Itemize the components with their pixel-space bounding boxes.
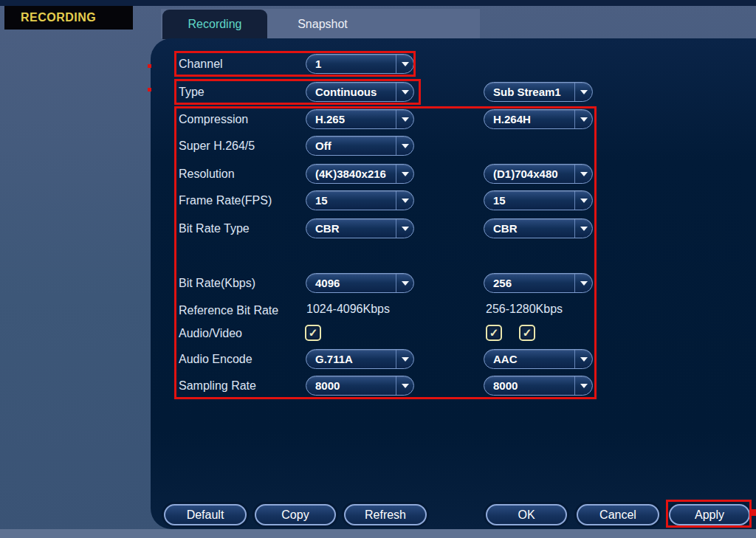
- chevron-down-icon[interactable]: [574, 274, 592, 292]
- stream-select-value: Sub Stream1: [484, 86, 574, 98]
- reference-bit-rate-label: Reference Bit Rate: [179, 300, 278, 320]
- frame-rate-main-select[interactable]: 15: [306, 190, 414, 210]
- chevron-down-icon[interactable]: [396, 350, 413, 368]
- bit-rate-label: Bit Rate(Kbps): [179, 273, 255, 293]
- channel-label: Channel: [179, 54, 223, 74]
- chevron-down-icon[interactable]: [396, 83, 413, 101]
- chevron-down-icon[interactable]: [396, 55, 413, 73]
- ok-button[interactable]: OK: [486, 504, 567, 525]
- stream-select[interactable]: Sub Stream1: [484, 82, 593, 102]
- tab-recording[interactable]: Recording: [162, 10, 267, 39]
- sampling-rate-main-value: 8000: [306, 379, 396, 392]
- chevron-down-icon[interactable]: [396, 376, 413, 395]
- chevron-down-icon[interactable]: [396, 165, 413, 183]
- chevron-down-icon[interactable]: [396, 219, 413, 238]
- type-select[interactable]: Continuous: [306, 82, 414, 102]
- sampling-rate-label: Sampling Rate: [179, 376, 256, 396]
- copy-button[interactable]: Copy: [255, 504, 336, 525]
- top-border-strip: [0, 0, 756, 6]
- audio-encode-main-select[interactable]: G.711A: [306, 349, 414, 369]
- frame-rate-label: Frame Rate(FPS): [179, 190, 272, 210]
- super-h264-value: Off: [306, 139, 396, 152]
- type-label: Type: [179, 82, 205, 102]
- chevron-down-icon[interactable]: [574, 219, 592, 238]
- chevron-down-icon[interactable]: [396, 110, 413, 128]
- tab-snapshot[interactable]: Snapshot: [267, 10, 378, 38]
- channel-select[interactable]: 1: [306, 54, 414, 74]
- compression-main-select[interactable]: H.265: [306, 109, 414, 129]
- sampling-rate-sub-select[interactable]: 8000: [484, 376, 593, 396]
- audio-encode-main-value: G.711A: [306, 353, 396, 365]
- super-h264-label: Super H.264/5: [179, 136, 255, 156]
- frame-rate-sub-select[interactable]: 15: [484, 190, 593, 210]
- type-select-value: Continuous: [306, 86, 396, 98]
- page-title: RECORDING: [4, 6, 133, 30]
- bit-rate-type-main-select[interactable]: CBR: [306, 218, 414, 238]
- default-button[interactable]: Default: [164, 504, 247, 525]
- chevron-down-icon[interactable]: [396, 274, 413, 292]
- chevron-down-icon[interactable]: [574, 165, 592, 183]
- compression-label: Compression: [179, 109, 248, 129]
- compression-sub-value: H.264H: [484, 113, 574, 125]
- frame-rate-sub-value: 15: [484, 194, 574, 207]
- bit-rate-type-main-value: CBR: [306, 222, 396, 235]
- chevron-down-icon[interactable]: [574, 191, 592, 210]
- bit-rate-type-sub-select[interactable]: CBR: [484, 218, 593, 238]
- resolution-sub-select[interactable]: (D1)704x480: [484, 164, 593, 184]
- reference-bit-rate-main: 1024-4096Kbps: [306, 300, 390, 318]
- bit-rate-sub-value: 256: [484, 277, 574, 289]
- bit-rate-main-select[interactable]: 4096: [306, 273, 414, 293]
- bit-rate-main-value: 4096: [306, 277, 396, 289]
- checkmark-icon: ✓: [309, 326, 318, 339]
- reference-bit-rate-sub: 256-1280Kbps: [486, 300, 563, 318]
- resolution-main-select[interactable]: (4K)3840x216: [306, 164, 414, 184]
- resolution-main-value: (4K)3840x216: [306, 168, 396, 180]
- sampling-rate-sub-value: 8000: [484, 379, 574, 392]
- refresh-button[interactable]: Refresh: [344, 504, 427, 525]
- resolution-label: Resolution: [179, 164, 235, 184]
- sampling-rate-main-select[interactable]: 8000: [306, 376, 414, 396]
- audio-video-label: Audio/Video: [179, 323, 242, 343]
- audio-encode-sub-value: AAC: [484, 353, 574, 365]
- compression-sub-select[interactable]: H.264H: [484, 109, 593, 129]
- channel-select-value: 1: [306, 58, 396, 70]
- cancel-button[interactable]: Cancel: [577, 504, 659, 525]
- checkmark-icon: ✓: [489, 326, 499, 339]
- bit-rate-type-label: Bit Rate Type: [179, 218, 250, 238]
- super-h264-select[interactable]: Off: [306, 136, 414, 156]
- chevron-down-icon[interactable]: [574, 376, 592, 395]
- bit-rate-sub-select[interactable]: 256: [484, 273, 593, 293]
- chevron-down-icon[interactable]: [574, 350, 592, 368]
- audio-video-sub-video-checkbox[interactable]: ✓: [519, 325, 535, 341]
- audio-encode-sub-select[interactable]: AAC: [484, 349, 593, 369]
- bottom-border-strip: [0, 529, 756, 538]
- audio-video-main-checkbox[interactable]: ✓: [305, 325, 321, 341]
- chevron-down-icon[interactable]: [574, 83, 592, 101]
- frame-rate-main-value: 15: [306, 194, 396, 207]
- chevron-down-icon[interactable]: [396, 191, 413, 210]
- checkmark-icon: ✓: [523, 326, 532, 339]
- bit-rate-type-sub-value: CBR: [484, 222, 574, 235]
- audio-video-sub-audio-checkbox[interactable]: ✓: [486, 325, 502, 341]
- audio-encode-label: Audio Encode: [179, 349, 252, 369]
- apply-button[interactable]: Apply: [669, 504, 750, 525]
- chevron-down-icon[interactable]: [396, 137, 413, 155]
- chevron-down-icon[interactable]: [574, 110, 592, 128]
- compression-main-value: H.265: [306, 113, 396, 125]
- resolution-sub-value: (D1)704x480: [484, 168, 574, 180]
